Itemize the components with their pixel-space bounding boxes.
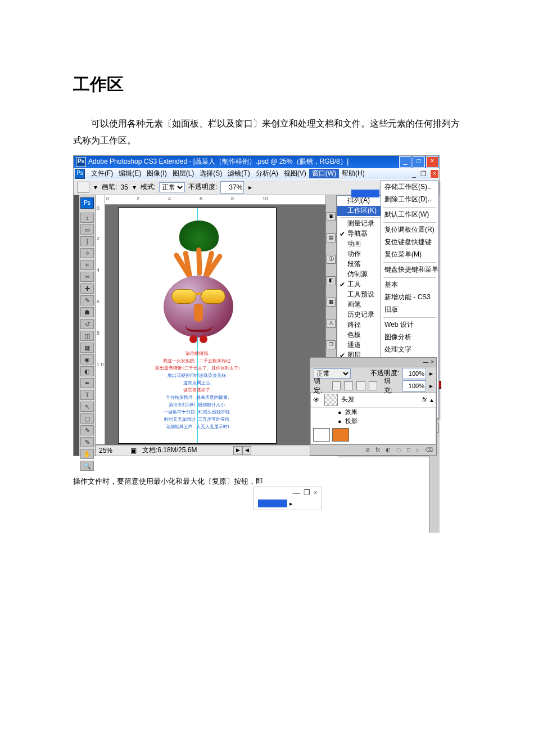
crop-tool[interactable]: ⌗ — [80, 260, 94, 270]
menu-filter[interactable]: 滤镜(T) — [225, 169, 252, 178]
submenu-reset-menus[interactable]: 复位菜单(M) — [381, 249, 438, 261]
submenu-image-analysis[interactable]: 图像分析 — [381, 331, 438, 344]
lock-pixels-icon[interactable] — [344, 381, 353, 390]
opacity-arrow-icon[interactable]: ▸ — [247, 183, 253, 191]
blend-mode-select[interactable]: 正常 — [159, 182, 185, 192]
submenu-reset-palettes[interactable]: 复位调板位置(R) — [381, 224, 438, 236]
menu-file[interactable]: 文件(F) — [88, 169, 116, 178]
doc-minimize-icon[interactable]: — — [293, 488, 300, 497]
layer-thumbnail[interactable] — [313, 428, 330, 442]
menu-view[interactable]: 视图(V) — [281, 169, 309, 178]
blur-tool[interactable]: ◉ — [80, 354, 94, 364]
lock-position-icon[interactable] — [356, 381, 365, 390]
submenu-type[interactable]: 处理文字 — [381, 344, 438, 356]
doc-restore-icon[interactable]: ❐ — [304, 488, 310, 497]
dodge-tool[interactable]: ◐ — [80, 366, 94, 376]
panel-close-icon[interactable]: × — [431, 359, 434, 365]
layer-name[interactable]: 头发 — [341, 395, 355, 404]
submenu-default-workspace[interactable]: 默认工作区(W) — [381, 209, 438, 221]
doc-restore-button[interactable]: ❐ — [418, 170, 429, 178]
slice-tool[interactable]: ✂ — [80, 272, 94, 282]
canvas-info-icon[interactable]: ▣ — [130, 447, 137, 454]
menu-edit[interactable]: 编辑(E) — [116, 169, 144, 178]
panel-minimize-icon[interactable]: — — [423, 359, 428, 365]
submenu-delete-workspace[interactable]: 删除工作区(D).. — [381, 194, 438, 206]
new-adjustment-icon[interactable]: ◌ — [396, 447, 401, 453]
layer-thumbnail[interactable] — [324, 394, 338, 406]
add-fx-icon[interactable]: fx — [375, 447, 380, 453]
add-mask-icon[interactable]: ◐ — [386, 447, 391, 453]
document-canvas[interactable]: 请你猜猜我: 我这一头发似的，二千五根未相记. 面出重悬猜谁?二千元去了。且你休… — [118, 208, 277, 444]
dock-layers-icon[interactable]: ❐ — [327, 340, 336, 349]
opacity-input[interactable] — [220, 181, 244, 194]
history-brush-tool[interactable]: ↺ — [80, 319, 94, 329]
lock-all-icon[interactable] — [369, 381, 378, 390]
delete-layer-icon[interactable]: ⌫ — [425, 447, 433, 453]
layer-opacity-input[interactable] — [402, 368, 426, 379]
brush-dropdown-icon[interactable]: ▾ — [132, 183, 137, 191]
layer-fx-badge[interactable]: fx — [422, 397, 427, 403]
fx-collapse-icon[interactable]: ▴ — [430, 396, 433, 404]
heal-tool[interactable]: ✚ — [80, 284, 94, 294]
brush-tool[interactable]: ✎ — [80, 295, 94, 305]
fill-input[interactable] — [402, 380, 426, 392]
dock-styles-icon[interactable]: A — [327, 319, 336, 328]
visibility-eye-icon[interactable]: 👁 — [313, 396, 321, 404]
brush-size-value[interactable]: 35 — [120, 183, 128, 191]
zoom-tool[interactable]: 🔍 — [80, 461, 94, 471]
dock-color-icon[interactable]: ◧ — [327, 276, 336, 285]
doc-close-icon[interactable]: × — [314, 488, 318, 497]
menu-analysis[interactable]: 分析(A) — [253, 169, 281, 178]
layer-dropshadow-row[interactable]: ●投影 — [311, 417, 436, 426]
new-layer-icon[interactable]: ⏍ — [416, 447, 419, 453]
wand-tool[interactable]: ✧ — [80, 248, 94, 258]
shape-tool[interactable]: ▢ — [80, 413, 94, 424]
eraser-tool[interactable]: ◫ — [80, 331, 94, 341]
panel-titlebar[interactable]: —× — [310, 358, 436, 367]
submenu-arrow-icon[interactable]: ▸ — [289, 500, 293, 507]
window-maximize-button[interactable]: □ — [413, 156, 425, 168]
marquee-tool[interactable]: ▭ — [80, 224, 94, 235]
type-tool[interactable]: T — [80, 390, 94, 400]
menu-help[interactable]: 帮助(H) — [339, 169, 368, 178]
submenu-reset-shortcuts[interactable]: 复位键盘快捷键 — [381, 236, 438, 249]
hand-tool[interactable]: ✋ — [80, 449, 94, 459]
notes-tool[interactable]: ✎ — [80, 425, 94, 435]
doc-minimize-button[interactable]: _ — [410, 170, 418, 178]
submenu-web[interactable]: Web 设计 — [381, 319, 438, 331]
submenu-new-cs3[interactable]: 新增功能 - CS3 — [381, 291, 438, 304]
fill-arrow-icon[interactable]: ▸ — [429, 382, 433, 390]
window-minimize-button[interactable]: _ — [399, 156, 411, 168]
submenu-basic[interactable]: 基本 — [381, 279, 438, 291]
submenu-kb-and-menus[interactable]: 键盘快捷键和菜单 — [381, 264, 438, 276]
dock-navigator-icon[interactable]: ▣ — [327, 212, 336, 221]
dock-info-icon[interactable]: ⓘ — [327, 255, 336, 264]
zoom-readout[interactable]: 25% — [99, 447, 125, 454]
layer-thumbnail[interactable] — [332, 428, 349, 442]
link-layers-icon[interactable]: ⊘ — [365, 447, 370, 453]
scroll-right-icon[interactable]: ▶ — [233, 446, 242, 455]
submenu-legacy[interactable]: 旧版 — [381, 304, 438, 316]
menu-layer[interactable]: 图层(L) — [170, 169, 197, 178]
left-dock-strip[interactable] — [74, 195, 79, 456]
scroll-left-icon[interactable]: ◀ — [242, 446, 251, 455]
lasso-tool[interactable]: ⟆ — [80, 236, 94, 246]
layer-effects-row[interactable]: ●效果 — [311, 408, 436, 417]
doc-close-button[interactable]: × — [430, 169, 439, 178]
menu-image[interactable]: 图像(I) — [144, 169, 169, 178]
tool-preset-icon[interactable] — [77, 182, 89, 193]
dock-histogram-icon[interactable]: ▤ — [327, 233, 336, 242]
new-group-icon[interactable]: □ — [407, 447, 410, 453]
window-close-button[interactable]: × — [426, 156, 438, 168]
dock-swatches-icon[interactable]: ▦ — [327, 298, 336, 307]
hscrollbar[interactable]: ▶ ◀ ▶ — [202, 446, 322, 455]
gradient-tool[interactable]: ▦ — [80, 343, 94, 353]
stamp-tool[interactable]: ☗ — [80, 307, 94, 317]
layer-row[interactable]: 👁 头发 fx ▴ — [311, 393, 436, 408]
tool-preset-dropdown-icon[interactable]: ▾ — [93, 183, 98, 191]
submenu-save-workspace[interactable]: 存储工作区(S).. — [381, 181, 438, 194]
move-tool[interactable]: ↕ — [80, 213, 94, 223]
lock-transparency-icon[interactable] — [332, 381, 341, 390]
menu-window[interactable]: 窗口(W) — [309, 169, 339, 178]
path-tool[interactable]: ↖ — [80, 402, 94, 412]
